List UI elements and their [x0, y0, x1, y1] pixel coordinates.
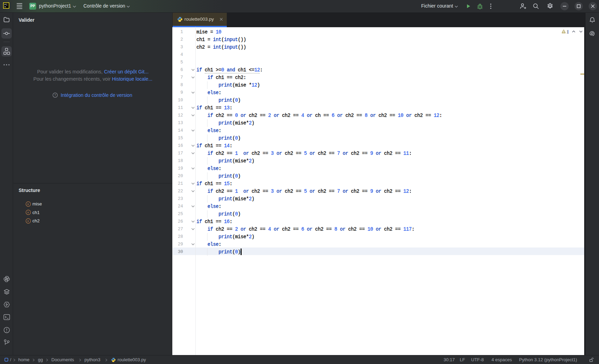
svg-text:PC: PC [4, 3, 8, 6]
svg-text:?: ? [54, 93, 56, 97]
svg-text:v: v [27, 202, 29, 206]
svg-text:v: v [27, 210, 29, 214]
svg-text:v: v [27, 219, 29, 223]
